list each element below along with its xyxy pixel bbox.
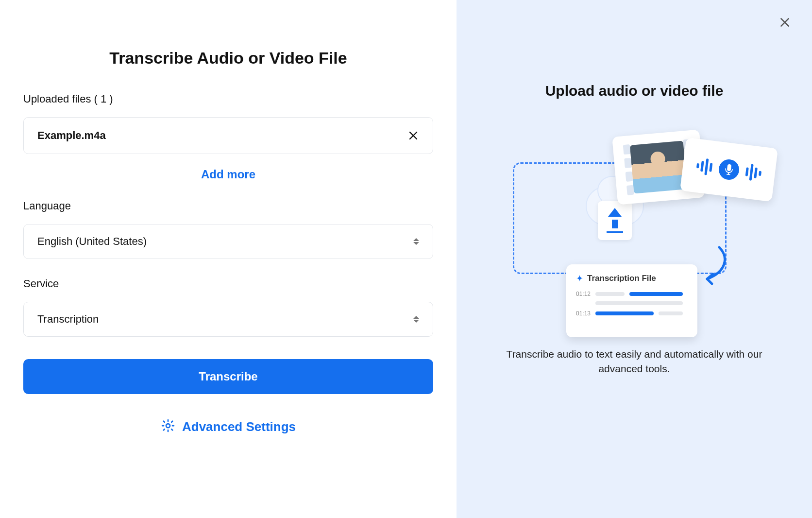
timestamp: 01:13 <box>576 310 591 317</box>
timestamp: 01:12 <box>576 291 591 297</box>
page-title: Transcribe Audio or Video File <box>109 49 347 68</box>
advanced-settings-link[interactable]: Advanced Settings <box>23 418 433 435</box>
transcription-card-title: Transcription File <box>587 274 656 283</box>
service-select[interactable]: Transcription <box>23 302 433 337</box>
svg-rect-1 <box>727 164 732 172</box>
close-button[interactable] <box>776 14 794 31</box>
form-column: Uploaded files ( 1 ) Example.m4a Add mor… <box>23 93 433 435</box>
chevron-updown-icon <box>413 316 419 323</box>
remove-file-icon[interactable] <box>407 130 419 141</box>
uploaded-file-row: Example.m4a <box>23 117 433 154</box>
transcribe-button[interactable]: Transcribe <box>23 359 433 394</box>
service-value: Transcription <box>37 313 99 326</box>
add-more-link[interactable]: Add more <box>23 168 433 181</box>
info-title: Upload audio or video file <box>545 83 724 99</box>
illustration: ✦ Transcription File 01:12 01:13 <box>503 128 765 323</box>
form-panel: Transcribe Audio or Video File Uploaded … <box>0 0 457 518</box>
uploaded-file-name: Example.m4a <box>37 129 106 142</box>
service-label: Service <box>23 277 433 290</box>
language-value: English (United States) <box>37 235 147 248</box>
audio-card-illustration <box>680 138 778 202</box>
language-label: Language <box>23 200 433 212</box>
transcription-card-illustration: ✦ Transcription File 01:12 01:13 <box>566 264 697 337</box>
gear-icon <box>161 418 175 435</box>
chevron-updown-icon <box>413 238 419 245</box>
upload-arrow-icon <box>598 201 632 240</box>
info-panel: Upload audio or video file <box>457 0 812 518</box>
info-caption: Transcribe audio to text easily and auto… <box>493 347 775 377</box>
curved-arrow-icon <box>693 245 731 289</box>
svg-point-0 <box>166 424 170 428</box>
sparkle-icon: ✦ <box>576 273 583 284</box>
microphone-icon <box>718 158 741 181</box>
language-select[interactable]: English (United States) <box>23 224 433 259</box>
uploaded-files-label: Uploaded files ( 1 ) <box>23 93 433 105</box>
advanced-settings-label: Advanced Settings <box>182 419 296 434</box>
